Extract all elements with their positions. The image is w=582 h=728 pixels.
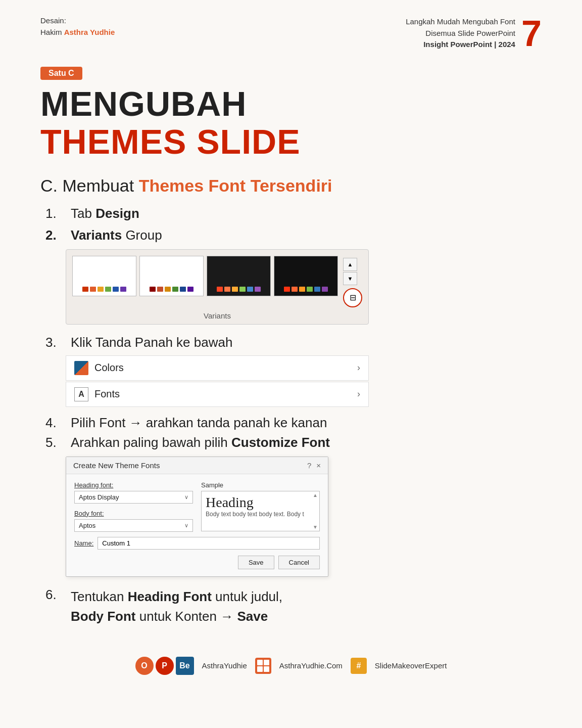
scroll-up-btn[interactable]: ▲	[343, 258, 357, 271]
step-2-bold: Variants	[71, 228, 122, 243]
dialog-controls: ? ×	[307, 461, 321, 470]
sample-scroll-up-icon[interactable]: ▲	[313, 492, 318, 498]
dialog-left-panel: Heading font: Aptos Display ∨ Body font:…	[74, 481, 193, 532]
grid-cell-4	[264, 666, 269, 672]
dot	[187, 287, 193, 292]
grid-cell-3	[257, 666, 263, 672]
dialog-help-btn[interactable]: ?	[307, 461, 311, 470]
dot	[217, 287, 223, 292]
body-font-select[interactable]: Aptos ∨	[74, 519, 193, 532]
grid-cell-1	[257, 660, 263, 665]
variant-1-dots	[82, 287, 126, 292]
step-3-number: 3.	[45, 335, 71, 350]
menu-box: Colors › A Fonts ›	[66, 355, 369, 407]
footer-grid-icon	[255, 658, 271, 674]
body-font-arrow-icon: ∨	[184, 522, 188, 529]
step-1-text: Tab Design	[71, 206, 139, 221]
dot	[157, 287, 163, 292]
step-1: 1. Tab Design	[45, 206, 542, 221]
sample-heading: Heading	[206, 494, 315, 511]
menu-item-colors[interactable]: Colors ›	[66, 355, 369, 381]
main-title-line1: MENGUBAH	[40, 85, 542, 123]
variants-scroll: ▲ ▼ ⊟	[343, 256, 362, 307]
step-6-heading-font: Heading Font	[128, 589, 212, 604]
footer-hashtag: SlideMakeoverExpert	[375, 661, 447, 670]
step-1-number: 1.	[45, 206, 71, 221]
social-icon-be[interactable]: Be	[176, 657, 194, 675]
body-font-label: Body font:	[74, 510, 193, 517]
menu-item-colors-left: Colors	[74, 361, 124, 375]
social-icon-o[interactable]: O	[135, 657, 154, 675]
step-2-number: 2.	[45, 228, 71, 243]
sample-scroll: ▲ ▼	[312, 491, 318, 531]
dot	[105, 287, 111, 292]
page-container: Desain: Hakim Asthra Yudhie Langkah Muda…	[0, 0, 582, 728]
save-button[interactable]: Save	[238, 556, 274, 569]
steps-container: 1. Tab Design 2. Variants Group	[45, 206, 542, 243]
section-heading-prefix: C. Membuat	[40, 176, 139, 195]
dot	[284, 287, 290, 292]
dot	[165, 287, 171, 292]
badge: Satu C	[40, 67, 82, 80]
variant-4-dots	[284, 287, 328, 292]
colors-chevron-icon: ›	[357, 362, 360, 373]
main-title-line2: THEMES SLIDE	[40, 123, 542, 161]
variants-inner: ▲ ▼ ⊟	[72, 256, 362, 307]
variant-2-dots	[150, 287, 193, 292]
dialog-titlebar: Create New Theme Fonts ? ×	[66, 457, 328, 474]
dialog-buttons: Save Cancel	[74, 556, 320, 569]
step-4-arrow: →	[129, 415, 142, 430]
dialog-name-row: Name:	[74, 537, 320, 550]
footer: O P Be AsthraYudhie AsthraYudhie.Com # S…	[40, 647, 542, 675]
footer-social-icons: O P Be	[135, 657, 194, 675]
dialog-right-panel: Sample Heading Body text body text body …	[201, 481, 320, 532]
step-1-bold: Design	[95, 206, 139, 221]
header: Desain: Hakim Asthra Yudhie Langkah Muda…	[40, 15, 542, 52]
heading-font-arrow-icon: ∨	[184, 494, 188, 500]
social-icon-p[interactable]: P	[156, 657, 174, 675]
colors-icon	[74, 361, 88, 375]
menu-item-fonts-left: A Fonts	[74, 387, 120, 401]
header-title: Langkah Mudah Mengubah Font Disemua Slid…	[406, 16, 515, 51]
step-6-number: 6.	[45, 587, 71, 603]
menu-fonts-label: Fonts	[94, 388, 120, 400]
dialog-close-btn[interactable]: ×	[316, 461, 321, 470]
variant-card-2[interactable]	[139, 256, 204, 296]
dot	[247, 287, 253, 292]
fonts-icon: A	[74, 387, 88, 401]
step-5: 5. Arahkan paling bawah pilih Customize …	[45, 435, 542, 450]
header-left: Desain: Hakim Asthra Yudhie	[40, 15, 115, 38]
variant-3-dots	[217, 287, 261, 292]
fonts-chevron-icon: ›	[357, 389, 360, 399]
designer-label: Desain:	[40, 16, 66, 25]
step-4: 4. Pilih Font → arahkan tanda panah ke k…	[45, 415, 542, 431]
variant-card-1[interactable]	[72, 256, 136, 296]
scroll-expand-btn[interactable]: ⊟	[343, 288, 362, 307]
step-5-bold: Customize Font	[231, 435, 330, 450]
heading-font-select[interactable]: Aptos Display ∨	[74, 491, 193, 504]
sample-box: Heading Body text body text body text. B…	[201, 491, 320, 531]
scroll-down-btn[interactable]: ▼	[343, 272, 357, 285]
sample-scroll-down-icon[interactable]: ▼	[313, 524, 318, 530]
main-title: MENGUBAH THEMES SLIDE	[40, 85, 542, 161]
step-3: 3. Klik Tanda Panah ke bawah	[45, 335, 542, 350]
designer-highlight: Asthra Yudhie	[64, 28, 115, 36]
variant-card-3[interactable]	[207, 256, 271, 296]
step-2: 2. Variants Group	[45, 228, 542, 243]
name-input[interactable]	[98, 537, 320, 550]
step-4-number: 4.	[45, 415, 71, 431]
dot	[307, 287, 313, 292]
menu-item-fonts[interactable]: A Fonts ›	[66, 382, 369, 407]
step-2-text: Variants Group	[71, 228, 162, 243]
dot	[299, 287, 305, 292]
dot	[120, 287, 126, 292]
footer-website: AsthraYudhie.Com	[279, 661, 343, 670]
step-6-text: Tentukan Heading Font untuk judul, Body …	[71, 587, 282, 626]
heading-font-value: Aptos Display	[79, 493, 119, 501]
dot	[82, 287, 88, 292]
variant-card-4[interactable]	[274, 256, 338, 296]
heading-font-label: Heading font:	[74, 481, 193, 489]
cancel-button[interactable]: Cancel	[278, 556, 320, 569]
sample-label: Sample	[201, 481, 320, 489]
section-heading-highlight: Themes Font Tersendiri	[139, 176, 332, 195]
